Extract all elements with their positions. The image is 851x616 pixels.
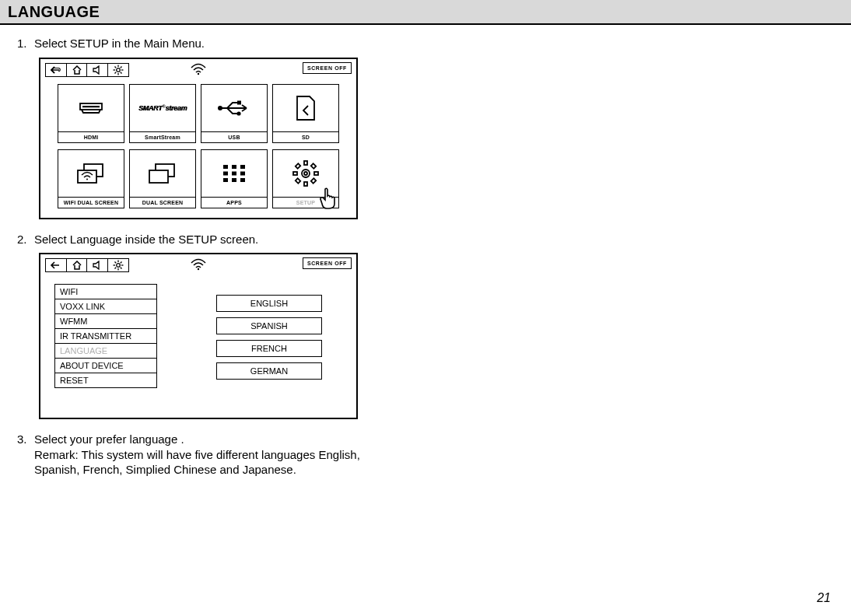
- svg-line-47: [120, 268, 121, 269]
- home-icon[interactable]: [66, 63, 88, 77]
- usb-icon: [201, 85, 267, 131]
- sidebar-item-wfmm[interactable]: WFMM: [55, 314, 156, 329]
- svg-rect-36: [314, 172, 318, 175]
- sd-tile[interactable]: SD: [272, 84, 339, 143]
- brightness-icon[interactable]: [107, 63, 129, 77]
- svg-rect-15: [237, 100, 241, 104]
- volume-icon[interactable]: [86, 258, 108, 272]
- step-2-text: Select Language inside the SETUP screen.: [34, 232, 835, 247]
- language-options: ENGLISH SPANISH FRENCH GERMAN: [216, 295, 322, 380]
- svg-line-46: [114, 262, 116, 264]
- sidebar-item-voxx-link[interactable]: VOXX LINK: [55, 299, 156, 314]
- svg-line-6: [114, 66, 116, 68]
- wifi-dual-screen-label: WIFI DUAL SCREEN: [58, 197, 124, 208]
- step-2-number: 2.: [17, 232, 34, 247]
- dual-screen-label: DUAL SCREEN: [130, 197, 195, 208]
- svg-rect-40: [311, 163, 316, 168]
- smartstream-icon: SMART®stream: [130, 85, 195, 131]
- svg-rect-12: [82, 106, 100, 107]
- svg-point-50: [198, 268, 199, 270]
- step-3-remark: Remark: This system will have five diffe…: [34, 447, 408, 478]
- step-2: 2. Select Language inside the SETUP scre…: [17, 232, 835, 247]
- sidebar-item-language[interactable]: LANGUAGE: [55, 344, 156, 359]
- apps-tile[interactable]: APPS: [201, 149, 268, 208]
- step-3-text: Select your prefer language .: [34, 432, 184, 446]
- svg-rect-23: [232, 165, 236, 169]
- usb-tile[interactable]: USB: [201, 84, 268, 143]
- setup-sidebar: WIFI VOXX LINK WFMM IR TRANSMITTER LANGU…: [54, 284, 157, 388]
- svg-point-10: [198, 72, 199, 74]
- wifi-dual-screen-icon: [58, 150, 124, 197]
- wifi-icon: [191, 63, 206, 75]
- sd-icon: [273, 85, 338, 131]
- setup-tile[interactable]: SETUP: [272, 149, 339, 208]
- svg-line-49: [120, 262, 121, 264]
- language-option-german[interactable]: GERMAN: [216, 362, 322, 380]
- hdmi-tile[interactable]: HDMI: [58, 84, 124, 143]
- step-1: 1. Select SETUP in the Main Menu.: [17, 36, 835, 51]
- svg-point-19: [86, 178, 88, 180]
- language-option-spanish[interactable]: SPANISH: [216, 317, 322, 334]
- setup-language-screen: SCREEN OFF WIFI VOXX LINK WFMM IR TRANSM…: [39, 253, 358, 419]
- sd-label: SD: [273, 131, 338, 142]
- svg-rect-28: [223, 178, 228, 182]
- screen-off-button[interactable]: SCREEN OFF: [303, 257, 352, 269]
- topbar: SCREEN OFF: [45, 62, 352, 78]
- sidebar-item-wifi[interactable]: WIFI: [55, 285, 156, 299]
- section-title-bar: LANGUAGE: [0, 0, 851, 25]
- back-icon[interactable]: [45, 258, 67, 272]
- svg-point-31: [302, 170, 310, 177]
- svg-line-9: [120, 66, 121, 68]
- topbar-icons: [45, 63, 129, 77]
- svg-rect-37: [296, 163, 300, 168]
- step-1-text: Select SETUP in the Main Menu.: [34, 36, 835, 51]
- usb-label: USB: [201, 131, 267, 142]
- step-3-number: 3.: [17, 432, 34, 478]
- main-menu-screen: SCREEN OFF HDMI SMART®stream SmartStream: [39, 58, 358, 219]
- svg-point-32: [304, 172, 307, 175]
- svg-rect-25: [223, 171, 228, 175]
- language-option-english[interactable]: ENGLISH: [216, 295, 322, 312]
- svg-rect-30: [240, 178, 245, 182]
- hdmi-icon: [58, 85, 124, 131]
- back-icon[interactable]: [45, 63, 67, 77]
- apps-label: APPS: [201, 197, 267, 208]
- svg-rect-26: [232, 171, 236, 175]
- apps-icon: [201, 150, 267, 197]
- language-option-french[interactable]: FRENCH: [216, 340, 322, 357]
- section-title: LANGUAGE: [8, 3, 843, 21]
- pointer-hand-icon: [317, 186, 341, 211]
- sidebar-item-reset[interactable]: RESET: [55, 373, 156, 387]
- svg-rect-22: [223, 165, 228, 169]
- svg-rect-29: [232, 178, 236, 182]
- content-area: 1. Select SETUP in the Main Menu.: [0, 25, 851, 478]
- dual-screen-tile[interactable]: DUAL SCREEN: [129, 149, 196, 208]
- page-number: 21: [817, 591, 831, 605]
- main-menu-grid: HDMI SMART®stream SmartStream USB: [58, 84, 339, 208]
- volume-icon[interactable]: [86, 63, 108, 77]
- svg-rect-38: [311, 178, 316, 183]
- svg-rect-33: [304, 161, 307, 165]
- home-icon[interactable]: [66, 258, 88, 272]
- svg-rect-35: [293, 172, 297, 175]
- svg-line-7: [120, 72, 121, 73]
- svg-rect-39: [296, 178, 300, 183]
- screen-off-button[interactable]: SCREEN OFF: [303, 62, 352, 74]
- svg-rect-21: [149, 170, 168, 183]
- topbar-icons-2: [45, 258, 129, 272]
- sidebar-item-about-device[interactable]: ABOUT DEVICE: [55, 359, 156, 373]
- svg-point-1: [116, 68, 120, 72]
- smartstream-tile[interactable]: SMART®stream SmartStream: [129, 84, 196, 143]
- svg-point-41: [116, 264, 120, 268]
- svg-rect-34: [304, 182, 307, 186]
- hdmi-label: HDMI: [58, 131, 124, 142]
- wifi-icon: [191, 258, 206, 271]
- svg-line-48: [114, 268, 116, 269]
- svg-rect-24: [240, 165, 245, 169]
- brightness-icon[interactable]: [107, 258, 129, 272]
- wifi-dual-screen-tile[interactable]: WIFI DUAL SCREEN: [58, 149, 124, 208]
- step-1-number: 1.: [17, 36, 34, 51]
- svg-point-16: [236, 111, 240, 115]
- sidebar-item-ir-transmitter[interactable]: IR TRANSMITTER: [55, 329, 156, 344]
- smartstream-label: SmartStream: [130, 131, 195, 142]
